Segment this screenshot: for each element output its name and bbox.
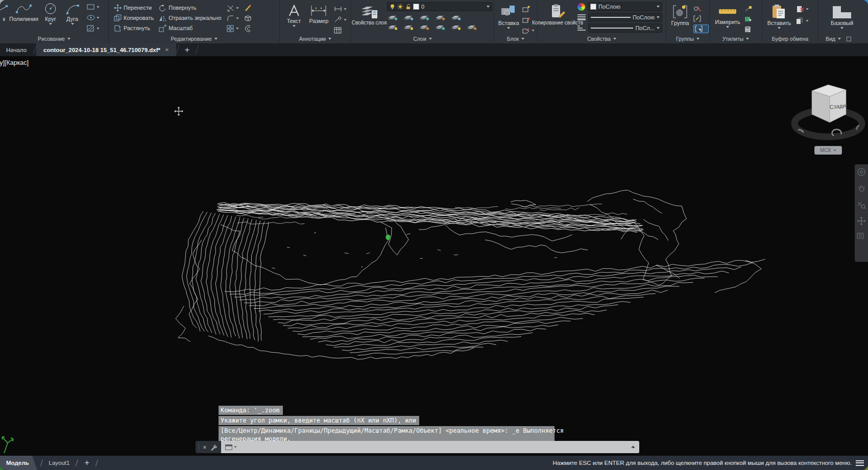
quick-calc-button[interactable] xyxy=(744,26,759,33)
tab-start[interactable]: Начало xyxy=(0,43,34,56)
text-button[interactable]: Текст xyxy=(284,2,304,34)
arc-dropdown-icon[interactable] xyxy=(71,23,74,25)
panel-properties-expand-icon[interactable] xyxy=(613,38,616,40)
color-select[interactable]: ПоСлою xyxy=(588,2,662,11)
leader-dropdown-icon[interactable] xyxy=(344,19,346,20)
layer-tool-icon[interactable] xyxy=(450,13,462,21)
match-properties-button[interactable]: Копирование свойств xyxy=(541,2,574,33)
linear-dim-button[interactable] xyxy=(334,5,351,13)
id-point-button[interactable] xyxy=(744,5,759,13)
trim-dropdown-icon[interactable] xyxy=(236,7,238,9)
bulb-icon[interactable] xyxy=(390,4,395,10)
layer-tool-icon[interactable] xyxy=(387,13,398,21)
viewcube[interactable]: Сзади МСК xyxy=(789,77,868,163)
linetype-select[interactable]: ПоСл... xyxy=(588,23,662,33)
create-block-button[interactable] xyxy=(522,5,537,13)
nav-pan-icon[interactable] xyxy=(857,184,866,193)
copy-button[interactable]: Копировать xyxy=(114,13,154,23)
hatch-button[interactable] xyxy=(87,24,108,32)
layer-tool-icon[interactable] xyxy=(419,23,430,31)
tab-close-icon[interactable]: × xyxy=(165,46,169,54)
circle-button[interactable]: Круг xyxy=(39,0,62,32)
panel-layers-expand-icon[interactable] xyxy=(429,38,432,40)
base-view-dropdown-icon[interactable] xyxy=(840,27,843,29)
nav-wheel-icon[interactable] xyxy=(857,167,866,177)
rotate-button[interactable]: Повернуть xyxy=(159,3,221,13)
color-wheel-icon[interactable] xyxy=(577,3,585,11)
paste-dropdown-icon[interactable] xyxy=(778,27,781,29)
cut-button[interactable] xyxy=(796,5,814,13)
explode-button[interactable] xyxy=(244,13,252,23)
viewport-controls-label[interactable]: ху][Каркас] xyxy=(0,59,29,66)
erase-button[interactable] xyxy=(244,3,252,13)
fillet-button[interactable] xyxy=(227,13,239,23)
layer-select[interactable]: 0 xyxy=(387,2,492,11)
layer-tool-icon[interactable] xyxy=(450,23,462,31)
unlock-icon[interactable] xyxy=(405,4,411,10)
table-button[interactable] xyxy=(334,27,351,34)
edit-attributes-button[interactable] xyxy=(522,27,537,34)
dimension-button[interactable]: Размер xyxy=(307,2,331,34)
scale-button[interactable]: Масштаб xyxy=(159,23,221,33)
quick-select-button[interactable] xyxy=(744,15,759,23)
model-tab[interactable]: Модель xyxy=(0,456,37,470)
linetype-dropdown-icon[interactable] xyxy=(657,27,660,29)
measure-button[interactable]: Измерить xyxy=(714,2,741,33)
panel-utilities-expand-icon[interactable] xyxy=(746,38,749,40)
new-tab-button[interactable]: + xyxy=(179,43,196,56)
mirror-button[interactable]: Отразить зеркально xyxy=(159,13,221,23)
trim-button[interactable] xyxy=(227,3,239,13)
status-menu-icon[interactable] xyxy=(856,460,864,466)
panel-draw-expand-icon[interactable] xyxy=(67,38,70,40)
layer-tool-icon[interactable] xyxy=(403,13,414,21)
layer-select-dropdown-icon[interactable] xyxy=(487,6,490,8)
array-dropdown-icon[interactable] xyxy=(236,28,238,29)
viewcube-graphic[interactable]: Сзади xyxy=(789,77,868,145)
rectangle-dropdown-icon[interactable] xyxy=(97,6,100,8)
ucs-dropdown-icon[interactable] xyxy=(833,150,836,151)
layer-tool-icon[interactable] xyxy=(403,23,414,31)
nav-orbit-icon[interactable] xyxy=(857,216,866,226)
layer-tool-icon[interactable] xyxy=(435,23,446,31)
command-input[interactable] xyxy=(221,441,639,453)
drawing-canvas[interactable]: ху][Каркас] Сзади МСК Команда: ' xyxy=(0,56,868,456)
insert-button[interactable]: Вставка xyxy=(497,2,520,34)
panel-annotation-expand-icon[interactable] xyxy=(328,38,331,40)
arc-button[interactable]: Дуга xyxy=(62,0,83,32)
new-layout-button[interactable]: + xyxy=(81,458,92,467)
ribbon-collapse-icon[interactable] xyxy=(847,37,851,41)
panel-groups-expand-icon[interactable] xyxy=(696,38,700,40)
base-view-button[interactable]: Базовый xyxy=(828,3,856,29)
circle-dropdown-icon[interactable] xyxy=(49,23,52,25)
green-point-marker[interactable] xyxy=(386,235,391,240)
lineweight-dropdown-icon[interactable] xyxy=(657,16,660,18)
lineweight-icon[interactable] xyxy=(577,14,586,20)
array-button[interactable] xyxy=(227,23,239,34)
offset-button[interactable] xyxy=(244,23,252,34)
ellipse-dropdown-icon[interactable] xyxy=(97,17,100,18)
viewcube-left-face[interactable] xyxy=(812,91,830,122)
command-bar[interactable]: × xyxy=(196,441,639,453)
panel-block-expand-icon[interactable] xyxy=(521,38,524,40)
leader-button[interactable] xyxy=(334,16,351,23)
layout1-tab[interactable]: Layout1 xyxy=(46,460,73,466)
measure-dropdown-icon[interactable] xyxy=(726,26,729,28)
panel-view-expand-icon[interactable] xyxy=(838,38,841,40)
polyline-button[interactable]: Полилиния xyxy=(8,0,39,32)
ellipse-button[interactable] xyxy=(87,14,108,21)
copy-clip-dropdown-icon[interactable] xyxy=(806,20,808,21)
tab-document[interactable]: contour_2024-10-18 15_51_46.710079.dxf* … xyxy=(36,43,176,56)
paste-button[interactable]: Вставить xyxy=(766,2,792,29)
layer-tool-icon[interactable] xyxy=(419,13,430,21)
nav-zoom-icon[interactable] xyxy=(857,200,866,209)
group-select-on-button[interactable] xyxy=(693,24,709,33)
move-button[interactable]: Перенести xyxy=(114,3,154,13)
nav-more-icon[interactable] xyxy=(857,233,866,240)
ungroup-button[interactable] xyxy=(693,5,709,13)
lineweight-select[interactable]: ПоСлою xyxy=(588,13,662,22)
command-bar-grip[interactable] xyxy=(199,443,199,451)
layer-tool-icon[interactable] xyxy=(466,23,477,31)
color-dropdown-icon[interactable] xyxy=(657,6,660,8)
command-recent-icon[interactable] xyxy=(631,446,635,448)
navigation-bar[interactable] xyxy=(855,164,868,262)
